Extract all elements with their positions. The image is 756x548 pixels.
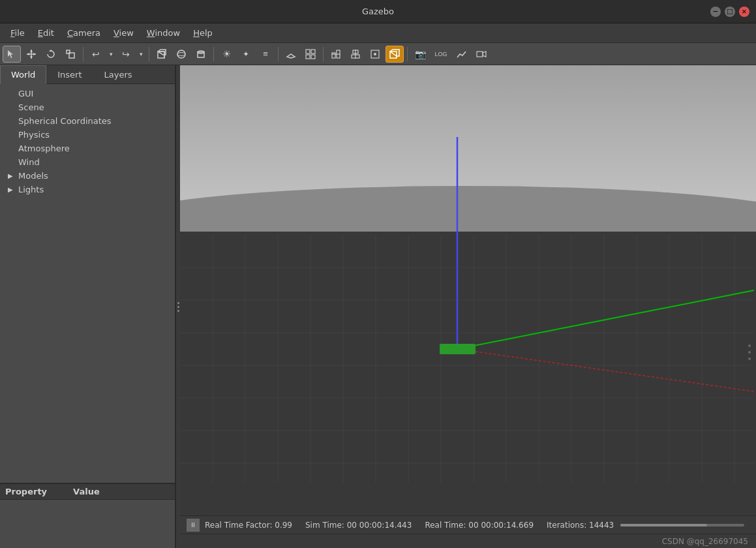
separator-4 [278,47,279,61]
svg-rect-33 [477,52,483,57]
tool-redo[interactable]: ↪ [117,46,135,63]
svg-marker-4 [27,53,29,55]
separator-2 [149,47,149,61]
svg-point-64 [748,351,751,354]
title-bar: Gazebo − □ × [0,0,756,23]
arrow-lights: ▶ [8,186,16,193]
tree-item-wind[interactable]: Wind [0,155,175,169]
scene-view[interactable] [180,65,756,515]
tool-log[interactable]: LOG [431,46,451,63]
rt-factor-label: Real Time Factor: [205,521,272,530]
tool-sphere[interactable] [172,46,190,63]
sim-time-label: Sim Time: [305,521,344,530]
svg-rect-22 [311,55,315,59]
tree-item-models[interactable]: ▶ Models [0,169,175,183]
label-scene: Scene [18,102,44,112]
tree-item-lights[interactable]: ▶ Lights [0,183,175,196]
menu-edit[interactable]: Edit [33,26,59,40]
separator-3 [213,47,214,61]
real-time-label: Real Time: [425,521,466,530]
tree-item-scene[interactable]: Scene [0,100,175,114]
arrow-models: ▶ [8,172,16,179]
svg-point-65 [748,358,751,360]
close-button[interactable]: × [739,7,749,17]
separator-5 [323,47,324,61]
svg-rect-38 [180,232,756,515]
svg-marker-5 [33,53,36,55]
tool-translate[interactable] [22,46,40,63]
svg-marker-3 [30,56,33,59]
svg-rect-20 [311,50,315,53]
tool-rotate[interactable] [42,46,60,63]
tool-view3d[interactable] [386,46,404,63]
menu-view[interactable]: View [108,26,139,40]
tool-select[interactable] [3,46,21,63]
real-time-value: 00 00:00:14.669 [468,521,534,530]
tab-layers[interactable]: Layers [93,65,144,84]
tool-undo[interactable]: ↩ [87,46,105,63]
tool-point-light[interactable]: ✦ [237,46,255,63]
app-title: Gazebo [46,7,710,16]
menu-window[interactable]: Window [142,26,185,40]
properties-panel: Property Value [0,483,175,548]
rt-factor-value: 0.99 [275,521,292,530]
label-lights: Lights [18,185,44,194]
tool-video[interactable] [472,46,491,63]
tool-chart[interactable] [453,46,471,63]
menu-help[interactable]: Help [188,26,218,40]
progress-bar [620,524,744,526]
tool-sun[interactable]: ☀ [217,46,235,63]
tree-list: GUI Scene Spherical Coordinates Physics … [0,84,175,483]
tree-item-spherical-coords[interactable]: Spherical Coordinates [0,114,175,128]
svg-marker-2 [30,50,33,52]
tab-insert[interactable]: Insert [46,65,93,84]
resize-dots [177,302,179,312]
tool-box[interactable] [153,46,171,63]
properties-content [0,500,175,510]
green-object [440,344,476,354]
status-bar: ⏸ Real Time Factor: 0.99 Sim Time: 00 00… [180,515,756,534]
toolbar: ↩ ▾ ↪ ▾ ☀ ✦ ≡ 📷 LOG [0,43,756,65]
tool-plane[interactable] [282,46,300,63]
tool-undo-dropdown[interactable]: ▾ [106,46,115,63]
svg-point-63 [748,344,751,347]
watermark-bar: CSDN @qq_26697045 [180,534,756,548]
viewport[interactable]: ⏸ Real Time Factor: 0.99 Sim Time: 00 00… [180,65,756,548]
value-col-header: Value [73,487,100,496]
svg-point-30 [374,53,376,55]
tab-world[interactable]: World [0,65,46,84]
tree-item-atmosphere[interactable]: Atmosphere [0,142,175,155]
iterations-value: 14443 [589,521,614,530]
tool-redo-dropdown[interactable]: ▾ [136,46,145,63]
svg-rect-21 [306,55,310,59]
tool-snap[interactable] [366,46,384,63]
maximize-button[interactable]: □ [725,7,735,17]
pause-button[interactable]: ⏸ [187,519,200,532]
main-content: World Insert Layers GUI Scene Spherical … [0,65,756,548]
tool-align-h[interactable] [346,46,365,63]
tree-item-physics[interactable]: Physics [0,128,175,142]
property-col-header: Property [5,487,47,496]
svg-marker-32 [390,50,399,56]
svg-marker-6 [49,50,53,52]
label-physics: Physics [18,130,50,140]
tool-cylinder[interactable] [192,46,210,63]
tool-directional[interactable]: ≡ [256,46,275,63]
minimize-button[interactable]: − [710,7,721,17]
label-spherical-coords: Spherical Coordinates [18,116,112,126]
svg-rect-23 [332,53,335,58]
window-controls[interactable]: − □ × [710,7,749,17]
svg-point-14 [177,50,185,58]
tool-align-v[interactable] [327,46,345,63]
svg-marker-18 [287,54,295,58]
tool-screenshot[interactable]: 📷 [411,46,429,63]
menu-file[interactable]: File [5,26,30,40]
menu-camera[interactable]: Camera [62,26,106,40]
progress-fill [620,524,707,526]
tool-model[interactable] [301,46,320,63]
tree-item-gui[interactable]: GUI [0,87,175,100]
label-wind: Wind [18,157,40,167]
tool-scale[interactable] [61,46,80,63]
sim-time-value: 00 00:00:14.443 [347,521,412,530]
scene-canvas[interactable] [180,65,756,515]
